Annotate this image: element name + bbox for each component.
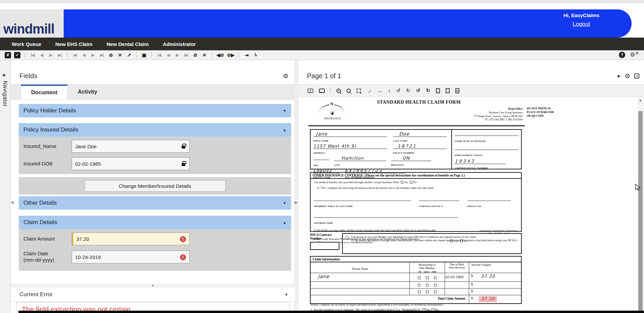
- delete-field-icon[interactable]: ✕: [201, 52, 207, 58]
- other-insurance-header: OTHER INSURANCE COVERAGE: (Please see th…: [311, 173, 521, 179]
- other-insurance-box: OTHER INSURANCE COVERAGE: (Please see th…: [310, 172, 522, 232]
- claim-amount-field[interactable]: 37.20 !: [72, 232, 190, 245]
- section-current-error[interactable]: Current Error ▼: [11, 288, 295, 302]
- insured-dob-field[interactable]: 02-02-1985: [72, 157, 190, 170]
- claim-amount-value: 37.20: [75, 236, 89, 242]
- vertical-splitter[interactable]: ▶: [295, 60, 298, 313]
- claim-information-table: Claim Information Patient Name Relations…: [310, 256, 522, 304]
- section-claim-details[interactable]: Claim Details ▲: [19, 216, 291, 229]
- horizontal-splitter[interactable]: ▼: [11, 284, 295, 288]
- prev-field-icon[interactable]: ◀: [165, 52, 171, 58]
- viewer-collapse-icon[interactable]: ▶: [618, 74, 620, 78]
- scrollbar-thumb[interactable]: [638, 111, 643, 312]
- last-field-icon[interactable]: ▶|: [183, 52, 189, 58]
- section-other-details[interactable]: Other Details ▼: [19, 196, 291, 210]
- chevron-up-icon: ▲: [283, 220, 286, 224]
- last-document-icon[interactable]: ▶|: [99, 52, 105, 58]
- vertical-scrollbar[interactable]: ▲: [637, 97, 644, 313]
- reject-field-icon[interactable]: ⊘: [192, 52, 198, 58]
- zoom-area-icon[interactable]: [357, 89, 361, 93]
- section-title: Claim Details: [23, 219, 57, 226]
- mouse-cursor: [635, 184, 641, 191]
- insured-dob-value: 02-02-1985: [75, 161, 101, 167]
- release-tag-icon[interactable]: ⇥: [244, 52, 250, 58]
- nav-item-new-ehs-claim[interactable]: New EHS Claim: [55, 41, 92, 47]
- next-field-icon[interactable]: ▶: [174, 52, 180, 58]
- error-badge-icon: !: [180, 236, 186, 242]
- prev-rejected-icon[interactable]: ◀⊘: [216, 52, 224, 58]
- barcode-note: DO NOT WRITE IN PLACE OF BARCODE OR QR C…: [527, 107, 556, 118]
- tab-activity[interactable]: Activity: [68, 85, 107, 99]
- nav-item-new-dental-claim[interactable]: New Dental Claim: [107, 41, 149, 47]
- toolbar-separator: [25, 52, 25, 58]
- claim-date-field[interactable]: 10-24-2019 !: [72, 251, 190, 263]
- logo-caption: INSURANCE: [319, 117, 346, 120]
- fields-settings-gear-icon[interactable]: ⚙: [283, 72, 288, 80]
- last-batch-icon[interactable]: ▶|: [57, 52, 63, 58]
- rotate-cw-icon[interactable]: ↻: [406, 88, 410, 94]
- next-rejected-icon[interactable]: ⊘▶: [227, 52, 235, 58]
- first-batch-icon[interactable]: |◀: [29, 52, 36, 58]
- navigator-strip[interactable]: ▶ Navigator: [0, 60, 11, 313]
- toolbar-right: ? ⚙⚙: [619, 51, 639, 58]
- navigator-expand-icon[interactable]: ▶: [3, 73, 6, 77]
- section-title: Policy Holder Details: [23, 107, 76, 114]
- fit-page-icon[interactable]: ↔: [365, 87, 373, 95]
- nav-item-work-queue[interactable]: Work Queue: [12, 41, 41, 47]
- patient-dob-value: 02-02-1985: [445, 273, 469, 281]
- navigator-label: Navigator: [2, 81, 8, 107]
- section-policy-insured-details[interactable]: Policy Insured Details ▲: [19, 123, 291, 137]
- section-title: Policy Insured Details: [23, 126, 78, 133]
- popout-window-icon[interactable]: ↗: [634, 73, 639, 79]
- lock-icon: [182, 163, 185, 166]
- zoom-out-icon[interactable]: −: [346, 89, 351, 93]
- fit-width-icon[interactable]: ↔: [377, 88, 382, 94]
- top-strip: [0, 0, 644, 3]
- zoom-in-icon[interactable]: +: [336, 89, 341, 93]
- reload-page-icon[interactable]: ↻: [455, 88, 459, 93]
- move-page-left-icon[interactable]: ←: [436, 88, 440, 93]
- help-icon[interactable]: ?: [619, 52, 625, 58]
- force-extract-icon[interactable]: ϟ: [253, 52, 259, 58]
- main-nav: Work Queue New EHS Claim New Dental Clai…: [0, 38, 644, 50]
- first-document-icon[interactable]: |◀: [72, 52, 78, 58]
- insured-name-field[interactable]: Jane Doe: [72, 140, 190, 153]
- nav-item-administrator[interactable]: Administrator: [163, 41, 196, 47]
- rotate-page-ccw-icon[interactable]: ↺: [416, 88, 421, 94]
- batch-reject-icon[interactable]: ✗: [5, 52, 11, 58]
- add-annotation-icon[interactable]: +: [308, 89, 313, 93]
- prev-batch-icon[interactable]: ◀: [39, 52, 45, 58]
- change-member-button[interactable]: Change Member/Insured Details: [85, 180, 226, 192]
- province-value: ON: [391, 156, 431, 161]
- settings-gears-icon[interactable]: ⚙⚙: [630, 51, 639, 58]
- delete-document-icon[interactable]: ✕: [117, 52, 123, 58]
- scroll-up-icon[interactable]: ▲: [639, 98, 642, 102]
- document-viewport[interactable]: STANDARD HEALTH CLAIM FORM N ❦ INSURANCE…: [298, 97, 644, 313]
- reject-document-icon[interactable]: ⊘: [108, 52, 114, 58]
- header-banner: Hi, EasyClaims Logout: [64, 9, 632, 38]
- insert-image-icon[interactable]: ▣: [141, 52, 147, 58]
- logout-link[interactable]: Logout: [573, 21, 590, 28]
- head-office-block: Head Office Northern Care Group Insuranc…: [439, 107, 523, 122]
- rotate-page-cw-icon[interactable]: ↻: [426, 88, 430, 94]
- annotation-icon[interactable]: [319, 89, 325, 93]
- rotate-ccw-icon[interactable]: ↺: [396, 88, 401, 94]
- chevron-up-icon: ▲: [283, 128, 286, 132]
- tab-document[interactable]: Document: [21, 85, 68, 99]
- viewer-settings-gear-icon[interactable]: ⚙: [625, 72, 630, 80]
- fit-height-icon[interactable]: ↕: [388, 88, 391, 94]
- panel-collapse-handle[interactable]: ▶: [12, 200, 14, 205]
- toolbar-separator: [239, 52, 239, 58]
- move-page-right-icon[interactable]: →: [446, 88, 450, 93]
- fields-panel-title: Fields: [19, 72, 37, 80]
- section-policy-holder-details[interactable]: Policy Holder Details ▼: [19, 104, 291, 117]
- open-document-copy-icon[interactable]: ↗: [126, 52, 132, 58]
- policy-number-value: 18721: [393, 144, 447, 149]
- next-document-icon[interactable]: ▶: [90, 52, 96, 58]
- next-batch-icon[interactable]: ▶: [48, 52, 54, 58]
- prev-document-icon[interactable]: ◀: [81, 52, 87, 58]
- total-claim-label: Total Claim Amount: [311, 295, 469, 303]
- last-name-value: Doe: [393, 131, 447, 137]
- batch-accept-icon[interactable]: ✓: [14, 52, 20, 58]
- first-field-icon[interactable]: |◀: [156, 52, 162, 58]
